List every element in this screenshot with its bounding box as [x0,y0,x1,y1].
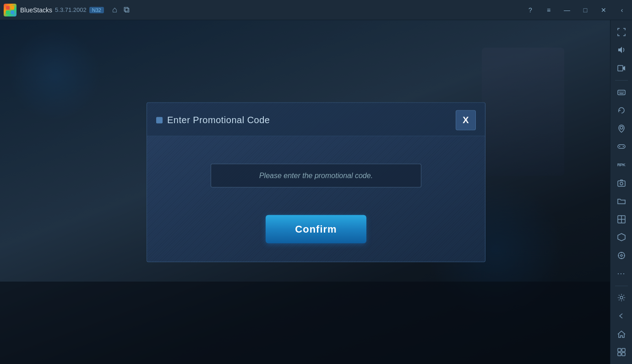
sidebar-keyboard[interactable] [613,84,630,101]
multi-nav-icon[interactable]: ⧉ [124,5,130,15]
dialog-title-area: Enter Promotional Code [156,115,270,125]
svg-rect-15 [618,145,625,148]
sidebar-more[interactable]: ··· [613,266,630,282]
sidebar-volume[interactable] [613,42,630,59]
sidebar-resize[interactable] [613,211,630,228]
sidebar-fullscreen[interactable] [613,24,630,40]
sidebar-home[interactable] [613,326,630,342]
sidebar-divider-1 [615,80,628,81]
minimize-button[interactable]: — [559,3,575,17]
sidebar-back[interactable] [613,308,630,324]
sidebar-video[interactable] [613,60,630,76]
svg-rect-2 [11,6,14,10]
svg-rect-4 [11,11,14,14]
svg-marker-5 [618,47,622,53]
app-logo [4,4,16,16]
svg-rect-33 [618,353,621,356]
sidebar-rpk[interactable]: RPK [613,157,630,173]
sidebar-screenshot[interactable] [613,175,630,191]
sidebar-folder[interactable] [613,193,630,209]
confirm-button[interactable]: Confirm [266,215,366,243]
svg-point-30 [620,296,623,299]
svg-rect-6 [618,65,623,71]
menu-button[interactable]: ≡ [540,3,557,17]
home-nav-icon[interactable]: ⌂ [112,5,117,15]
sidebar-divider-2 [615,286,628,286]
svg-rect-18 [618,181,625,186]
svg-marker-23 [618,234,625,241]
sidebar-location[interactable] [613,120,630,137]
back-arrow-button[interactable]: ‹ [614,3,630,17]
svg-rect-31 [618,348,621,352]
titlebar: BlueStacks 5.3.71.2002 N32 ⌂ ⧉ ? ≡ — □ ✕… [0,0,632,20]
promo-input-wrapper [211,163,421,187]
window-controls: ? ≡ — □ ✕ ‹ [522,3,630,17]
sidebar-macro[interactable] [613,229,630,246]
svg-point-24 [618,252,625,259]
close-button[interactable]: ✕ [595,3,612,17]
right-sidebar: RPK ··· [610,20,632,364]
sidebar-game-controls[interactable] [613,139,630,155]
svg-rect-1 [6,6,10,10]
app-version: 5.3.71.2002 [55,6,87,13]
dialog-title-icon [156,117,163,123]
sidebar-settings[interactable] [613,290,630,306]
maximize-button[interactable]: □ [577,3,594,17]
dialog-body: Confirm [147,136,485,261]
instance-badge: N32 [89,7,104,13]
sidebar-rotate[interactable] [613,102,630,119]
sidebar-recent[interactable] [613,344,630,360]
sidebar-geo[interactable] [613,247,630,264]
dialog-close-button[interactable]: X [456,110,476,130]
svg-rect-32 [622,348,625,352]
dialog-header: Enter Promotional Code X [147,103,485,136]
app-name: BlueStacks [20,6,52,14]
promo-code-input[interactable] [211,163,421,187]
promo-code-dialog: Enter Promotional Code X Confirm [147,102,485,262]
svg-point-19 [620,182,623,185]
svg-rect-3 [6,11,10,14]
svg-rect-8 [618,90,625,95]
svg-point-25 [621,255,622,256]
svg-rect-34 [622,353,625,356]
help-button[interactable]: ? [522,3,539,17]
svg-point-14 [620,126,623,129]
dialog-title: Enter Promotional Code [167,115,270,125]
